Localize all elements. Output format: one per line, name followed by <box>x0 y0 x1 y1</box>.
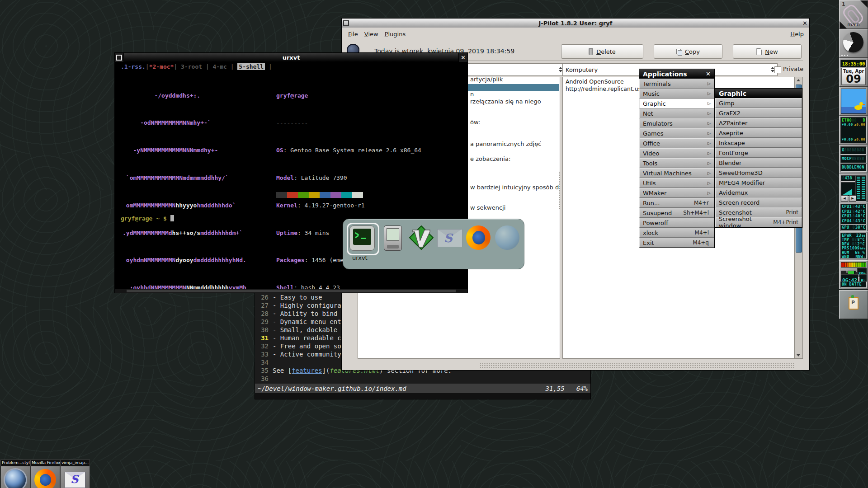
vim-icon[interactable] <box>409 225 434 250</box>
menu-item[interactable]: FontForge <box>715 148 802 158</box>
menu-item[interactable]: Office ▷ <box>639 138 714 148</box>
miniaturize-button[interactable] <box>115 53 124 62</box>
prev-channel-button[interactable]: ◀ <box>841 195 848 202</box>
menu-item[interactable]: xlock M4+l <box>639 228 714 238</box>
menu-item[interactable]: Music ▷ <box>639 89 714 99</box>
menu-item[interactable]: Tools ▷ <box>639 158 714 168</box>
menu-plugins[interactable]: Plugins <box>385 31 406 38</box>
list-row[interactable]: w bardziej intuicyjny sposób d <box>470 184 559 191</box>
terminal-titlebar[interactable]: urxvt ✕ <box>115 53 467 62</box>
screen-tab[interactable]: .1-rss. <box>121 63 146 70</box>
appicon-firefox[interactable]: Mozilla Firefox <box>30 465 60 488</box>
private-checkbox[interactable] <box>774 66 781 73</box>
traffic-graph <box>841 127 866 137</box>
menu-item[interactable]: MPEG4 Modifier <box>715 178 802 188</box>
dock-mixer[interactable]: 8438 ◀ ▶ <box>839 174 868 202</box>
submenu-arrow-icon: ▷ <box>708 141 711 145</box>
screen-tab[interactable]: 3-root <box>177 63 206 70</box>
workspace-number: 1 <box>842 1 845 7</box>
list-row[interactable]: e zobaczenia: <box>470 155 510 162</box>
close-button[interactable]: ✕ <box>801 19 809 28</box>
screen-tab[interactable]: | <box>231 63 238 70</box>
menu-item[interactable]: Aseprite <box>715 128 802 138</box>
menu-item[interactable]: Inkscape <box>715 138 802 148</box>
list-row[interactable]: n <box>470 91 474 98</box>
selected-app-label: urxvt <box>352 254 368 261</box>
menu-item[interactable]: Screenshot window M4+Print <box>715 217 802 227</box>
menu-item[interactable]: Blender <box>715 158 802 168</box>
menu-file[interactable]: File <box>348 31 358 38</box>
firefox-icon[interactable] <box>466 225 491 250</box>
resize-grip[interactable] <box>480 363 794 368</box>
jpilot-palm-icon[interactable] <box>380 225 405 250</box>
copy-button[interactable]: Copy <box>654 44 722 59</box>
menu-item[interactable]: WMaker ▷ <box>639 188 714 198</box>
screen-tab[interactable]: *2-moc* <box>149 63 174 70</box>
dock-network-monitor[interactable]: ETH088B ▼0.00▲0.00 ▼0.00▲0.00 <box>839 116 868 145</box>
jpilot-titlebar[interactable]: J-Pilot 1.8.2 User: gryf ✕ <box>342 19 809 28</box>
menu-item[interactable]: GraFX2 <box>715 108 802 118</box>
appicon-problem[interactable]: Problem...ctyl <box>0 465 30 488</box>
shortcut-label: M4+Print <box>773 219 798 225</box>
miniaturize-button[interactable] <box>342 19 350 28</box>
mail-icon-dimmed[interactable]: S <box>437 225 462 250</box>
menu-item[interactable]: Exit M4+q <box>639 238 714 248</box>
dock-duck-pond[interactable] <box>839 87 868 116</box>
cursor <box>170 215 174 221</box>
menu-help[interactable]: Help <box>790 31 804 38</box>
menu-item[interactable]: Net ▷ <box>639 108 714 118</box>
menu-item[interactable]: Screen record <box>715 197 802 207</box>
dock-weather[interactable]: EPWR2300 TMP888°C DEW882°C PRS1009hPa HU… <box>839 231 868 260</box>
menu-item[interactable]: Run... M4+r <box>639 198 714 208</box>
screen-tabs[interactable]: .1-rss.|*2-moc*| 3-root | 4-mc | 5-shell… <box>121 63 272 70</box>
dock-clip[interactable]: 1 main <box>839 0 868 29</box>
clip-next-arrow[interactable] <box>860 0 868 8</box>
dock-clock[interactable]: 18:35:00 Tue, Apr 09 <box>839 58 868 87</box>
applications-menu-titlebar[interactable]: Applications ✕ <box>639 69 714 79</box>
menu-item[interactable]: SweetHome3D <box>715 168 802 178</box>
menu-item[interactable]: Utils ▷ <box>639 178 714 188</box>
menu-item[interactable]: Terminals ▷ <box>639 79 714 89</box>
menu-item[interactable]: Games ▷ <box>639 128 714 138</box>
list-row[interactable]: artycja/plik <box>470 76 503 83</box>
list-row[interactable]: ów: <box>470 119 480 126</box>
next-channel-button[interactable]: ▶ <box>849 195 856 202</box>
dock-clipboard-manager[interactable]: P <box>839 290 868 319</box>
browser-globe-icon-dimmed[interactable] <box>495 225 519 250</box>
resize-bar[interactable] <box>115 289 467 293</box>
menu-item[interactable]: Emulators ▷ <box>639 118 714 128</box>
menu-item[interactable]: Gimp <box>715 98 802 108</box>
menu-item[interactable]: Video ▷ <box>639 148 714 158</box>
dock-cpu-temps[interactable]: CPU1843°C CPU2842°C CPU3840°C CPU4843°C … <box>839 202 868 231</box>
appicon-mail[interactable]: vimja_imap... S <box>60 465 90 488</box>
menu-item[interactable]: Avidemux <box>715 188 802 197</box>
screen-tab[interactable]: 5-shell <box>237 63 265 70</box>
screen-tab[interactable]: | <box>206 63 209 70</box>
menu-item[interactable]: AZPainter <box>715 118 802 128</box>
close-icon[interactable]: ✕ <box>706 70 711 77</box>
shortcut-label: M4+q <box>693 239 709 246</box>
shortcut-label: Print <box>786 209 798 216</box>
new-button[interactable]: New <box>733 44 802 59</box>
close-button[interactable]: ✕ <box>458 53 467 62</box>
urxvt-terminal-icon[interactable] <box>349 225 374 250</box>
menu-item[interactable]: Susupend Sh+M4+l <box>639 208 714 218</box>
list-row[interactable]: rzełączania się na niego <box>470 98 541 105</box>
shell-prompt[interactable]: gryf@rage ~ $ <box>121 215 174 222</box>
menu-view[interactable]: View <box>364 31 378 38</box>
screen-tab[interactable]: | <box>265 63 272 70</box>
menu-item[interactable]: Virtual Machines ▷ <box>639 168 714 178</box>
delete-button[interactable]: Delete <box>561 44 643 59</box>
dock-lcd-monitors[interactable]: X88888888 MOCP88888 BUBBLEMON <box>839 145 868 174</box>
list-row[interactable]: a panoramicznych zdjęć <box>470 141 541 147</box>
menu-item[interactable]: Poweroff <box>639 218 714 228</box>
screen-tab[interactable]: | <box>146 63 149 70</box>
menu-item[interactable]: Graphic ▷ <box>639 99 714 108</box>
dock-battery[interactable]: 89% 06:42 B8 ON BATTE <box>839 260 868 289</box>
screen-tab[interactable]: 4-mc <box>209 63 231 70</box>
dock-gnustep-app[interactable] <box>839 29 868 58</box>
features-link[interactable]: features <box>292 367 322 374</box>
graphic-submenu-titlebar[interactable]: Graphic <box>715 89 802 98</box>
list-row[interactable]: w sekwencji <box>470 204 505 211</box>
submenu-arrow-icon: ▷ <box>708 171 711 175</box>
